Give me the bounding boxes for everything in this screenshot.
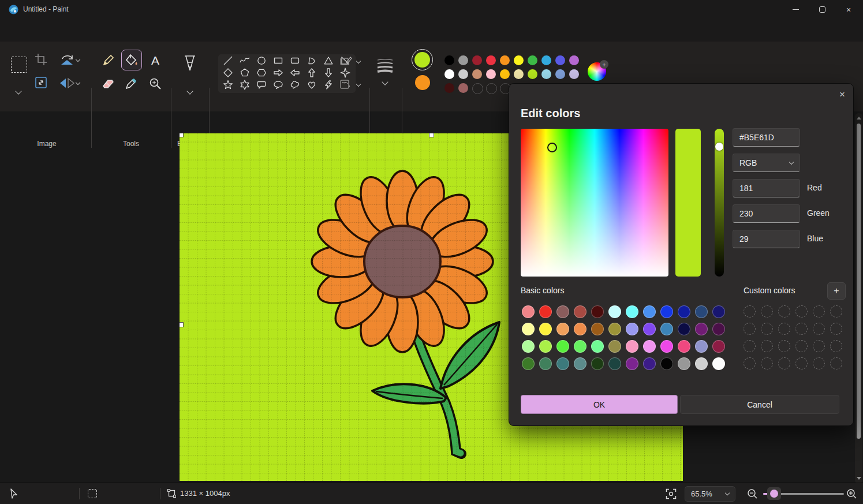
palette-color[interactable] [500,69,510,79]
selection-handle-top-center[interactable] [429,133,434,137]
palette-color[interactable] [472,69,482,79]
custom-color-slot[interactable] [795,323,808,335]
basic-color-swatch[interactable] [608,357,621,370]
scrollbar-thumb[interactable] [857,124,861,439]
shape-outline-chevron[interactable] [356,59,361,64]
custom-color-slot[interactable] [761,305,773,318]
basic-color-swatch[interactable] [608,340,621,353]
close-window-button[interactable]: × [835,0,862,19]
palette-color[interactable] [444,69,454,79]
fit-screen-icon[interactable] [666,488,677,502]
basic-color-swatch[interactable] [608,305,621,318]
basic-color-swatch[interactable] [626,357,638,370]
basic-color-swatch[interactable] [626,340,638,353]
basic-color-swatch[interactable] [712,340,725,353]
custom-color-slot[interactable] [778,340,790,352]
shape-fill-chevron[interactable] [356,82,361,87]
basic-color-swatch[interactable] [678,323,690,335]
basic-color-swatch[interactable] [643,305,656,318]
minimize-button[interactable] [782,0,809,19]
basic-color-swatch[interactable] [660,357,673,370]
custom-color-slot[interactable] [778,305,790,318]
basic-color-swatch[interactable] [522,340,535,353]
basic-color-swatch[interactable] [643,340,656,353]
brushes-dropdown-chevron[interactable] [186,88,193,94]
basic-color-swatch[interactable] [522,357,535,370]
resize-icon[interactable] [33,75,48,92]
color-model-select[interactable]: RGB [733,154,800,172]
maximize-button[interactable] [809,0,835,19]
palette-color[interactable] [444,55,454,65]
select-icon[interactable] [11,57,27,73]
basic-color-swatch[interactable] [574,357,586,370]
fill-bucket-icon[interactable] [121,50,142,70]
size-dropdown-chevron[interactable] [382,79,388,85]
add-custom-color-button[interactable]: + [827,282,846,300]
basic-color-swatch[interactable] [556,323,569,335]
basic-color-swatch[interactable] [660,305,673,318]
crop-icon[interactable] [33,52,48,69]
shape-oval-speech-icon[interactable] [272,79,284,93]
palette-empty-slot[interactable] [486,83,497,94]
red-input[interactable]: 181 [733,179,800,197]
palette-color[interactable] [541,55,551,65]
palette-color[interactable] [528,55,537,65]
flip-dropdown-chevron[interactable] [76,80,80,85]
basic-color-swatch[interactable] [556,340,569,353]
scroll-down-arrow-icon[interactable] [857,477,861,480]
palette-color[interactable] [555,69,565,79]
vertical-scrollbar[interactable] [855,113,862,484]
custom-color-slot[interactable] [813,305,825,318]
value-slider[interactable] [715,129,724,277]
custom-color-slot[interactable] [744,357,756,369]
shape-heart-icon[interactable] [306,79,317,93]
palette-empty-slot[interactable] [472,83,483,94]
color2-swatch[interactable] [415,75,430,90]
basic-color-swatch[interactable] [626,305,638,318]
basic-color-swatch[interactable] [574,340,586,353]
flip-icon[interactable] [59,76,75,92]
zoom-out-icon[interactable] [747,488,758,502]
basic-color-swatch[interactable] [643,323,656,335]
basic-color-swatch[interactable] [539,305,552,318]
custom-color-slot[interactable] [744,323,756,335]
shape-six-point-star-icon[interactable] [239,79,251,93]
basic-color-swatch[interactable] [574,305,586,318]
shape-five-point-star-icon[interactable] [222,79,234,93]
custom-color-slot[interactable] [830,323,842,335]
palette-color[interactable] [514,69,524,79]
basic-color-swatch[interactable] [591,357,604,370]
palette-color[interactable] [458,55,468,65]
basic-color-swatch[interactable] [591,305,604,318]
shape-rounded-speech-icon[interactable] [256,79,267,93]
basic-color-swatch[interactable] [695,305,708,318]
basic-color-swatch[interactable] [695,357,708,370]
scroll-up-arrow-icon[interactable] [857,117,861,120]
palette-color[interactable] [444,83,454,93]
pencil-icon[interactable] [98,51,118,70]
basic-color-swatch[interactable] [695,340,708,353]
basic-color-swatch[interactable] [591,340,604,353]
basic-color-swatch[interactable] [643,357,656,370]
palette-color[interactable] [458,83,468,93]
basic-color-swatch[interactable] [574,323,586,335]
shape-fill-icon[interactable] [339,79,352,92]
select-dropdown-chevron[interactable] [15,88,21,94]
custom-color-slot[interactable] [795,357,808,369]
palette-color[interactable] [472,55,482,65]
shape-outline-icon[interactable] [339,55,352,69]
zoom-level-dropdown[interactable]: 65.5% [685,486,735,502]
custom-color-slot[interactable] [795,305,808,318]
eyedropper-icon[interactable] [121,74,141,94]
custom-color-slot[interactable] [761,323,773,335]
shape-lightning-icon[interactable] [323,79,334,93]
custom-color-slot[interactable] [830,357,842,369]
basic-color-swatch[interactable] [678,340,690,353]
zoom-in-icon[interactable] [846,488,857,502]
selection-handle-top-left[interactable] [180,133,184,137]
color1-swatch[interactable] [414,52,430,68]
green-input[interactable]: 230 [733,204,800,223]
custom-color-slot[interactable] [744,340,756,352]
basic-color-swatch[interactable] [556,305,569,318]
zoom-slider-thumb[interactable] [770,490,778,498]
